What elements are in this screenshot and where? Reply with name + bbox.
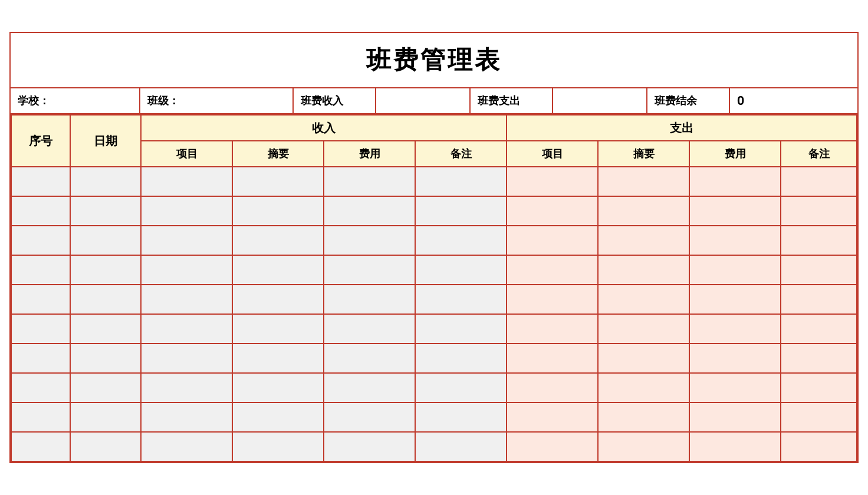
cell-seq[interactable] (11, 314, 70, 344)
cell-expense-fee[interactable] (689, 255, 781, 285)
cell-income-note[interactable] (415, 226, 507, 255)
cell-income-item[interactable] (141, 196, 232, 226)
cell-income-item[interactable] (141, 402, 232, 432)
cell-seq[interactable] (11, 344, 70, 373)
cell-expense-fee[interactable] (689, 344, 781, 373)
cell-expense-fee[interactable] (689, 167, 781, 196)
cell-expense-summary[interactable] (598, 196, 689, 226)
cell-income-summary[interactable] (232, 432, 324, 461)
cell-income-fee[interactable] (324, 432, 415, 461)
cell-date[interactable] (70, 344, 141, 373)
cell-income-item[interactable] (141, 373, 232, 402)
cell-income-item[interactable] (141, 432, 232, 461)
cell-income-fee[interactable] (324, 402, 415, 432)
cell-seq[interactable] (11, 285, 70, 314)
cell-income-item[interactable] (141, 314, 232, 344)
cell-income-fee[interactable] (324, 373, 415, 402)
cell-expense-item[interactable] (507, 344, 598, 373)
cell-expense-note[interactable] (781, 432, 857, 461)
cell-income-fee[interactable] (324, 196, 415, 226)
cell-expense-summary[interactable] (598, 255, 689, 285)
cell-expense-note[interactable] (781, 285, 857, 314)
cell-expense-summary[interactable] (598, 344, 689, 373)
cell-date[interactable] (70, 432, 141, 461)
cell-seq[interactable] (11, 373, 70, 402)
cell-date[interactable] (70, 373, 141, 402)
cell-income-summary[interactable] (232, 285, 324, 314)
cell-date[interactable] (70, 402, 141, 432)
cell-date[interactable] (70, 285, 141, 314)
cell-expense-fee[interactable] (689, 373, 781, 402)
cell-income-fee[interactable] (324, 314, 415, 344)
cell-income-summary[interactable] (232, 373, 324, 402)
cell-expense-summary[interactable] (598, 402, 689, 432)
cell-expense-summary[interactable] (598, 432, 689, 461)
cell-seq[interactable] (11, 226, 70, 255)
cell-income-fee[interactable] (324, 285, 415, 314)
cell-expense-summary[interactable] (598, 373, 689, 402)
cell-expense-fee[interactable] (689, 402, 781, 432)
cell-income-note[interactable] (415, 314, 507, 344)
cell-expense-fee[interactable] (689, 226, 781, 255)
cell-income-item[interactable] (141, 255, 232, 285)
cell-expense-fee[interactable] (689, 196, 781, 226)
cell-expense-item[interactable] (507, 373, 598, 402)
cell-date[interactable] (70, 226, 141, 255)
cell-seq[interactable] (11, 196, 70, 226)
cell-income-note[interactable] (415, 285, 507, 314)
cell-expense-item[interactable] (507, 285, 598, 314)
cell-expense-summary[interactable] (598, 226, 689, 255)
cell-income-note[interactable] (415, 167, 507, 196)
cell-expense-note[interactable] (781, 167, 857, 196)
cell-date[interactable] (70, 255, 141, 285)
cell-income-summary[interactable] (232, 344, 324, 373)
cell-expense-item[interactable] (507, 167, 598, 196)
cell-income-note[interactable] (415, 373, 507, 402)
cell-income-fee[interactable] (324, 344, 415, 373)
cell-income-item[interactable] (141, 344, 232, 373)
cell-date[interactable] (70, 167, 141, 196)
cell-expense-fee[interactable] (689, 432, 781, 461)
cell-expense-note[interactable] (781, 314, 857, 344)
cell-seq[interactable] (11, 402, 70, 432)
cell-expense-fee[interactable] (689, 285, 781, 314)
cell-income-fee[interactable] (324, 167, 415, 196)
cell-income-item[interactable] (141, 285, 232, 314)
cell-income-summary[interactable] (232, 167, 324, 196)
cell-income-note[interactable] (415, 255, 507, 285)
cell-expense-item[interactable] (507, 226, 598, 255)
cell-expense-summary[interactable] (598, 314, 689, 344)
cell-seq[interactable] (11, 167, 70, 196)
cell-expense-note[interactable] (781, 373, 857, 402)
cell-expense-summary[interactable] (598, 167, 689, 196)
cell-expense-note[interactable] (781, 196, 857, 226)
cell-expense-item[interactable] (507, 432, 598, 461)
cell-expense-note[interactable] (781, 226, 857, 255)
cell-seq[interactable] (11, 255, 70, 285)
cell-income-note[interactable] (415, 196, 507, 226)
cell-expense-note[interactable] (781, 344, 857, 373)
cell-income-note[interactable] (415, 432, 507, 461)
cell-expense-item[interactable] (507, 255, 598, 285)
cell-income-note[interactable] (415, 402, 507, 432)
cell-expense-item[interactable] (507, 196, 598, 226)
cell-income-fee[interactable] (324, 255, 415, 285)
cell-expense-note[interactable] (781, 402, 857, 432)
cell-expense-fee[interactable] (689, 314, 781, 344)
cell-income-item[interactable] (141, 226, 232, 255)
cell-income-summary[interactable] (232, 402, 324, 432)
cell-expense-note[interactable] (781, 255, 857, 285)
cell-income-fee[interactable] (324, 226, 415, 255)
cell-date[interactable] (70, 314, 141, 344)
cell-expense-item[interactable] (507, 314, 598, 344)
cell-income-summary[interactable] (232, 314, 324, 344)
cell-expense-item[interactable] (507, 402, 598, 432)
cell-income-summary[interactable] (232, 226, 324, 255)
cell-income-note[interactable] (415, 344, 507, 373)
cell-income-summary[interactable] (232, 196, 324, 226)
cell-seq[interactable] (11, 432, 70, 461)
cell-income-item[interactable] (141, 167, 232, 196)
cell-date[interactable] (70, 196, 141, 226)
cell-expense-summary[interactable] (598, 285, 689, 314)
cell-income-summary[interactable] (232, 255, 324, 285)
